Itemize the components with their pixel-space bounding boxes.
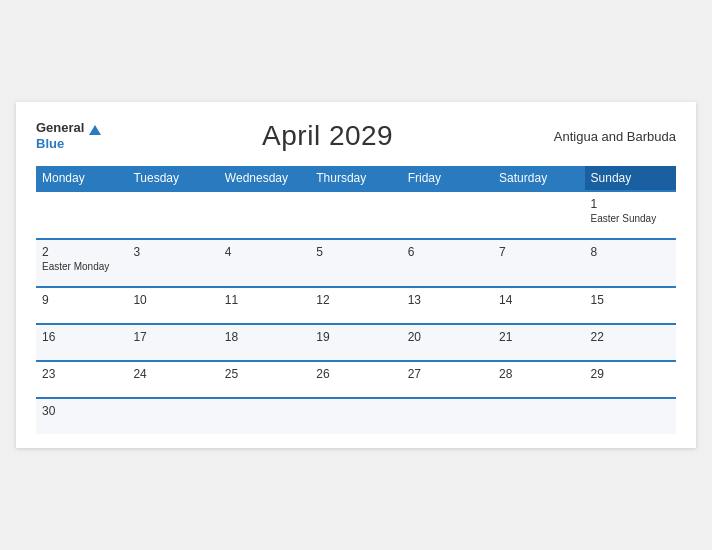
calendar-day-cell: 17 <box>127 324 218 361</box>
header-friday: Friday <box>402 166 493 191</box>
header-saturday: Saturday <box>493 166 584 191</box>
holiday-label: Easter Sunday <box>591 213 670 224</box>
logo-triangle-icon <box>89 125 101 135</box>
calendar-day-cell: 19 <box>310 324 401 361</box>
calendar-day-cell: 2Easter Monday <box>36 239 127 287</box>
day-number: 10 <box>133 293 212 307</box>
calendar-day-cell <box>493 191 584 239</box>
calendar-day-cell: 22 <box>585 324 676 361</box>
day-number: 9 <box>42 293 121 307</box>
calendar-day-cell: 1Easter Sunday <box>585 191 676 239</box>
calendar-header: General Blue April 2029 Antigua and Barb… <box>36 120 676 152</box>
calendar-day-cell <box>219 191 310 239</box>
day-number: 8 <box>591 245 670 259</box>
calendar-table: Monday Tuesday Wednesday Thursday Friday… <box>36 166 676 434</box>
day-number: 27 <box>408 367 487 381</box>
calendar-day-cell: 3 <box>127 239 218 287</box>
calendar-day-cell <box>585 398 676 434</box>
weekday-header-row: Monday Tuesday Wednesday Thursday Friday… <box>36 166 676 191</box>
day-number: 30 <box>42 404 121 418</box>
calendar-day-cell: 25 <box>219 361 310 398</box>
logo: General Blue <box>36 120 101 151</box>
calendar-day-cell: 13 <box>402 287 493 324</box>
header-sunday: Sunday <box>585 166 676 191</box>
calendar-week-row: 2Easter Monday345678 <box>36 239 676 287</box>
day-number: 11 <box>225 293 304 307</box>
day-number: 5 <box>316 245 395 259</box>
calendar-day-cell <box>310 191 401 239</box>
calendar-day-cell: 5 <box>310 239 401 287</box>
calendar-day-cell: 28 <box>493 361 584 398</box>
calendar-day-cell <box>127 191 218 239</box>
calendar-day-cell: 29 <box>585 361 676 398</box>
calendar-day-cell: 24 <box>127 361 218 398</box>
day-number: 26 <box>316 367 395 381</box>
calendar-week-row: 16171819202122 <box>36 324 676 361</box>
header-thursday: Thursday <box>310 166 401 191</box>
calendar-week-row: 23242526272829 <box>36 361 676 398</box>
day-number: 21 <box>499 330 578 344</box>
day-number: 29 <box>591 367 670 381</box>
calendar-day-cell: 18 <box>219 324 310 361</box>
day-number: 1 <box>591 197 670 211</box>
calendar-day-cell: 21 <box>493 324 584 361</box>
calendar-day-cell: 8 <box>585 239 676 287</box>
calendar-week-row: 1Easter Sunday <box>36 191 676 239</box>
day-number: 14 <box>499 293 578 307</box>
header-monday: Monday <box>36 166 127 191</box>
day-number: 18 <box>225 330 304 344</box>
day-number: 25 <box>225 367 304 381</box>
day-number: 12 <box>316 293 395 307</box>
calendar-day-cell: 6 <box>402 239 493 287</box>
day-number: 3 <box>133 245 212 259</box>
header-wednesday: Wednesday <box>219 166 310 191</box>
holiday-label: Easter Monday <box>42 261 121 272</box>
calendar-day-cell: 16 <box>36 324 127 361</box>
calendar-day-cell <box>310 398 401 434</box>
day-number: 16 <box>42 330 121 344</box>
day-number: 24 <box>133 367 212 381</box>
calendar-day-cell: 12 <box>310 287 401 324</box>
calendar-container: General Blue April 2029 Antigua and Barb… <box>16 102 696 448</box>
calendar-day-cell: 23 <box>36 361 127 398</box>
day-number: 7 <box>499 245 578 259</box>
calendar-day-cell <box>219 398 310 434</box>
day-number: 13 <box>408 293 487 307</box>
calendar-day-cell: 30 <box>36 398 127 434</box>
calendar-day-cell: 9 <box>36 287 127 324</box>
calendar-day-cell: 10 <box>127 287 218 324</box>
day-number: 6 <box>408 245 487 259</box>
calendar-week-row: 9101112131415 <box>36 287 676 324</box>
day-number: 15 <box>591 293 670 307</box>
calendar-day-cell <box>493 398 584 434</box>
day-number: 2 <box>42 245 121 259</box>
calendar-day-cell: 15 <box>585 287 676 324</box>
day-number: 17 <box>133 330 212 344</box>
calendar-day-cell: 11 <box>219 287 310 324</box>
calendar-day-cell: 4 <box>219 239 310 287</box>
day-number: 4 <box>225 245 304 259</box>
day-number: 20 <box>408 330 487 344</box>
day-number: 28 <box>499 367 578 381</box>
day-number: 22 <box>591 330 670 344</box>
calendar-day-cell <box>402 191 493 239</box>
logo-blue-text: Blue <box>36 136 64 151</box>
calendar-day-cell: 26 <box>310 361 401 398</box>
logo-blue-row: Blue <box>36 136 101 152</box>
day-number: 23 <box>42 367 121 381</box>
calendar-day-cell <box>402 398 493 434</box>
calendar-title: April 2029 <box>262 120 393 152</box>
calendar-day-cell: 7 <box>493 239 584 287</box>
calendar-day-cell <box>127 398 218 434</box>
header-tuesday: Tuesday <box>127 166 218 191</box>
calendar-day-cell: 14 <box>493 287 584 324</box>
calendar-week-row: 30 <box>36 398 676 434</box>
calendar-day-cell: 20 <box>402 324 493 361</box>
logo-general-row: General <box>36 120 101 136</box>
day-number: 19 <box>316 330 395 344</box>
logo-general-text: General <box>36 120 84 135</box>
calendar-day-cell: 27 <box>402 361 493 398</box>
country-name: Antigua and Barbuda <box>554 129 676 144</box>
calendar-day-cell <box>36 191 127 239</box>
